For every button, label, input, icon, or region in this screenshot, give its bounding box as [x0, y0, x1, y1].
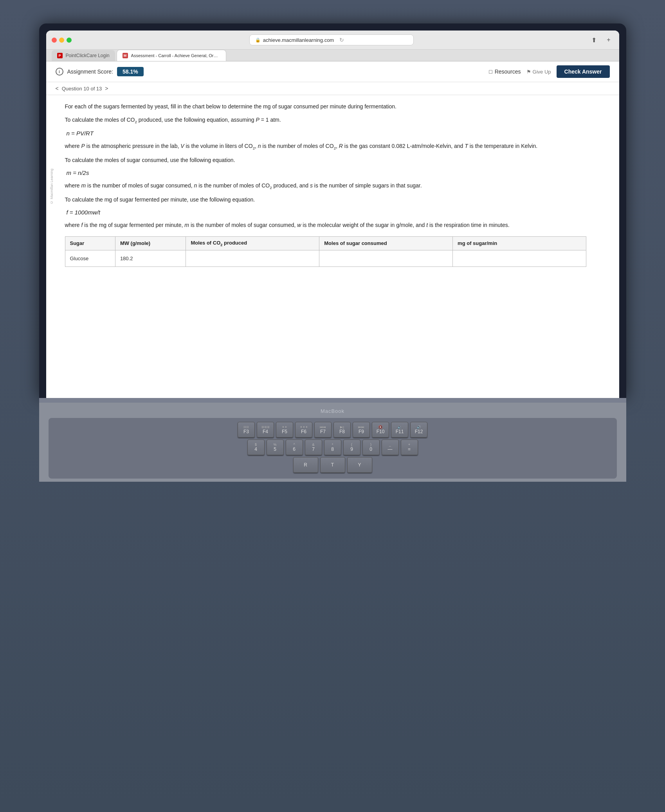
key-f8-fn: ▶|| [340, 425, 344, 429]
tab-favicon-1: P [57, 53, 63, 58]
next-question-button[interactable]: > [105, 85, 108, 92]
new-tab-button[interactable]: + [604, 35, 613, 45]
prev-question-button[interactable]: < [56, 85, 59, 92]
give-up-button[interactable]: ⚑ Give Up [526, 69, 551, 75]
browser-content: i Assignment Score: 58.1% □ Resources ⚑ … [46, 61, 619, 398]
fn-key-row: ⊟⊟ F3 ⊞⊞⊞ F4 ✦✦ F5 ✦✦✦ F6 [55, 422, 611, 438]
share-button[interactable]: ⬆ [588, 35, 600, 45]
tab-pointclickcare[interactable]: P PointClickCare Login [52, 50, 115, 61]
close-window-button[interactable] [52, 38, 57, 43]
check-answer-label: Check Answer [564, 68, 602, 75]
info-icon[interactable]: i [56, 68, 63, 76]
reload-icon[interactable]: ↻ [339, 37, 344, 43]
key-f10[interactable]: 🔇 F10 [372, 422, 389, 438]
header-actions: □ Resources ⚑ Give Up Check Answer [489, 65, 609, 78]
key-t[interactable]: T [320, 457, 345, 473]
url-text: achieve.macmillanlearning.com [263, 37, 334, 43]
key-f10-fn: 🔇 [378, 425, 382, 429]
col-sugar: Sugar [65, 236, 115, 250]
col-mg-per-min: mg of sugar/min [453, 236, 586, 250]
give-up-label: Give Up [533, 69, 551, 75]
col-moles-sugar: Moles of sugar consumed [319, 236, 453, 250]
sugar-instruction: To calculate the moles of sugar consumed… [65, 156, 608, 164]
tab-assessment[interactable]: M Assessment - Carroll - Achieve General… [117, 50, 226, 61]
key-f4-fn: ⊞⊞⊞ [261, 425, 270, 429]
give-up-icon: ⚑ [526, 69, 531, 75]
key-f3[interactable]: ⊟⊟ F3 [238, 422, 255, 438]
mg-desc: where f is the mg of sugar fermented per… [65, 221, 608, 229]
key-r[interactable]: R [293, 457, 318, 473]
letter-key-row: R T Y [55, 457, 611, 473]
formula1-block: n = PV/RT [65, 130, 608, 137]
number-key-row: $ 4 % 5 ^ 6 & 7 [55, 439, 611, 455]
watermark: © Macmillan Learning [46, 95, 57, 278]
score-label: Assignment Score: [67, 68, 114, 75]
assessment-header: i Assignment Score: 58.1% □ Resources ⚑ … [46, 61, 619, 82]
key-f11-fn: 🔉 [398, 425, 402, 429]
key-f7[interactable]: ⏮⏮ F7 [314, 422, 332, 438]
url-bar[interactable]: 🔒 achieve.macmillanlearning.com ↻ [249, 34, 414, 45]
col-moles-co2: Moles of CO2 produced [186, 236, 319, 250]
pressure-desc: where P is the atmospheric pressure in t… [65, 142, 608, 151]
co2-instruction: To calculate the moles of CO2 produced, … [65, 115, 608, 125]
key-0[interactable]: ) 0 [362, 439, 380, 455]
url-bar-container: 🔒 achieve.macmillanlearning.com ↻ [79, 34, 585, 45]
cell-moles-sugar-input[interactable] [319, 250, 453, 266]
tab-label-2: Assessment - Carroll - Achieve General, … [131, 53, 220, 58]
key-f9[interactable]: ⏭⏭ F9 [353, 422, 370, 438]
screen-bezel: 🔒 achieve.macmillanlearning.com ↻ ⬆ + P … [39, 23, 626, 398]
formula3-block: f = 1000mw/t [65, 209, 608, 216]
formula3-text: f = 1000mw/t [67, 209, 100, 216]
key-f4[interactable]: ⊞⊞⊞ F4 [257, 422, 274, 438]
cell-moles-co2-input[interactable] [186, 250, 319, 266]
key-f12[interactable]: 🔊 F12 [410, 422, 427, 438]
moles-co2-field[interactable] [191, 256, 314, 261]
cell-sugar-name: Glucose [65, 250, 115, 266]
key-f6[interactable]: ✦✦✦ F6 [295, 422, 312, 438]
tab-label-1: PointClickCare Login [66, 53, 110, 58]
browser-chrome: 🔒 achieve.macmillanlearning.com ↻ ⬆ + P … [46, 31, 619, 398]
question-nav-text: Question 10 of 13 [62, 86, 102, 92]
cell-mw-value: 180.2 [115, 250, 186, 266]
key-6[interactable]: ^ 6 [286, 439, 303, 455]
formula2-text: m = n/2s [67, 169, 89, 176]
formula2-block: m = n/2s [65, 169, 608, 176]
score-section: i Assignment Score: 58.1% [56, 67, 144, 76]
browser-toolbar: 🔒 achieve.macmillanlearning.com ↻ ⬆ + [46, 31, 619, 50]
instructions-text: For each of the sugars fermented by yeas… [65, 102, 608, 111]
key-9[interactable]: ( 9 [343, 439, 360, 455]
key-y[interactable]: Y [347, 457, 372, 473]
key-8[interactable]: * 8 [324, 439, 341, 455]
maximize-window-button[interactable] [67, 38, 72, 43]
key-4[interactable]: $ 4 [247, 439, 265, 455]
tabs-bar: P PointClickCare Login M Assessment - Ca… [46, 50, 619, 61]
traffic-lights [52, 38, 72, 43]
check-answer-button[interactable]: Check Answer [557, 65, 610, 78]
resources-icon: □ [489, 68, 492, 75]
browser-actions: ⬆ + [588, 35, 613, 45]
moles-sugar-field[interactable] [324, 256, 448, 261]
col-mw: MW (g/mole) [115, 236, 186, 250]
minimize-window-button[interactable] [59, 38, 64, 43]
lock-icon: 🔒 [255, 38, 261, 43]
key-f9-fn: ⏭⏭ [358, 425, 364, 429]
key-f11[interactable]: 🔉 F11 [391, 422, 408, 438]
question-content: © Macmillan Learning For each of the sug… [46, 95, 619, 278]
mg-per-min-field[interactable] [458, 256, 581, 261]
content-body: For each of the sugars fermented by yeas… [65, 102, 608, 267]
key-equals[interactable]: + = [401, 439, 418, 455]
key-f12-fn: 🔊 [417, 425, 421, 429]
cell-mg-per-min-input[interactable] [453, 250, 586, 266]
sugar-desc: where m is the number of moles of sugar … [65, 181, 608, 191]
key-f8[interactable]: ▶|| F8 [333, 422, 351, 438]
macbook-label: MacBook [49, 408, 617, 414]
key-7[interactable]: & 7 [305, 439, 322, 455]
resources-button[interactable]: □ Resources [489, 68, 521, 75]
key-f6-fn: ✦✦✦ [300, 425, 308, 429]
key-minus[interactable]: _ — [382, 439, 399, 455]
key-f5[interactable]: ✦✦ F5 [276, 422, 293, 438]
key-f7-fn: ⏮⏮ [320, 425, 326, 429]
key-f5-fn: ✦✦ [282, 425, 287, 429]
key-5[interactable]: % 5 [267, 439, 284, 455]
keyboard-area: MacBook ⊟⊟ F3 ⊞⊞⊞ F4 ✦✦ F5 [39, 403, 626, 482]
